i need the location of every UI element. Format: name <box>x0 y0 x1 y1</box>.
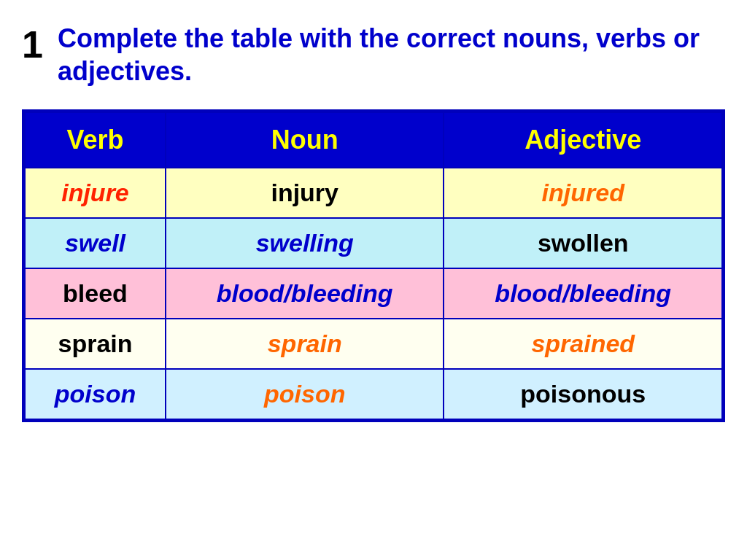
table-row: swellswellingswollen <box>25 218 722 268</box>
adjective-cell: blood/bleeding <box>444 268 722 319</box>
table-row: poisonpoisonpoisonous <box>25 369 722 419</box>
verb-cell: injure <box>25 168 166 218</box>
table-row: injureinjuryinjured <box>25 168 722 218</box>
verb-cell: swell <box>25 218 166 268</box>
adjective-cell: sprained <box>444 319 722 369</box>
adjective-cell: swollen <box>444 218 722 268</box>
verb-cell: poison <box>25 369 166 419</box>
table-row: bleedblood/bleedingblood/bleeding <box>25 268 722 319</box>
word-table: Verb Noun Adjective injureinjuryinjureds… <box>22 109 725 422</box>
question-text: Complete the table with the correct noun… <box>58 22 725 88</box>
table-row: sprainsprainsprained <box>25 319 722 369</box>
table-header-row: Verb Noun Adjective <box>25 112 722 168</box>
col-header-noun: Noun <box>166 112 444 168</box>
question-number: 1 <box>22 26 43 63</box>
noun-cell: sprain <box>166 319 444 369</box>
header-section: 1 Complete the table with the correct no… <box>22 22 725 88</box>
noun-cell: swelling <box>166 218 444 268</box>
noun-cell: poison <box>166 369 444 419</box>
adjective-cell: injured <box>444 168 722 218</box>
verb-cell: bleed <box>25 268 166 319</box>
col-header-verb: Verb <box>25 112 166 168</box>
adjective-cell: poisonous <box>444 369 722 419</box>
verb-cell: sprain <box>25 319 166 369</box>
noun-cell: blood/bleeding <box>166 268 444 319</box>
noun-cell: injury <box>166 168 444 218</box>
col-header-adjective: Adjective <box>444 112 722 168</box>
